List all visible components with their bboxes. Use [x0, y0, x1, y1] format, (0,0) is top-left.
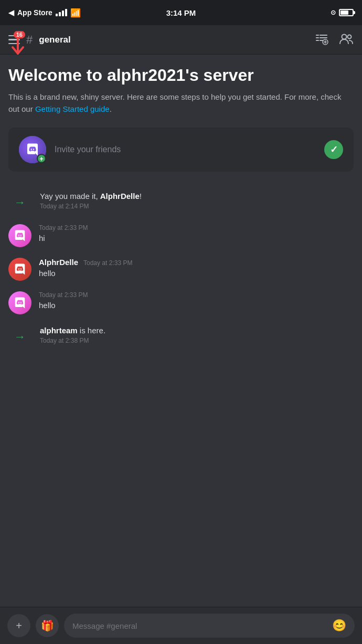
- join-arrow-icon: →: [8, 191, 31, 214]
- checkmark-icon: ✓: [330, 144, 338, 155]
- message-header: AlphrDelle Today at 2:33 PM: [39, 258, 132, 267]
- system-message-time: Today at 2:38 PM: [40, 337, 105, 344]
- menu-button[interactable]: 16: [8, 35, 20, 45]
- discord-logo-icon: [13, 262, 27, 276]
- system-message-content: Yay you made it, AlphrDelle! Today at 2:…: [40, 191, 142, 210]
- add-channel-icon[interactable]: [315, 32, 328, 48]
- carrier-label: App Store: [17, 8, 52, 17]
- welcome-desc-suffix: .: [110, 104, 112, 113]
- signal-bars-icon: [56, 9, 67, 16]
- system-message-time: Today at 2:14 PM: [40, 203, 142, 210]
- status-bar-right: ⊙: [331, 9, 354, 16]
- message-body: AlphrDelle Today at 2:33 PM hello: [39, 258, 132, 279]
- invite-avatar-plus-icon: +: [37, 154, 46, 163]
- user-avatar: [8, 258, 31, 281]
- battery-icon: [339, 9, 354, 16]
- screen-record-icon: ⊙: [331, 9, 336, 16]
- add-attachment-button[interactable]: +: [7, 614, 30, 637]
- channel-header: 16 # general: [0, 25, 362, 55]
- channel-hash-icon: #: [26, 33, 33, 47]
- invite-card[interactable]: + Invite your friends ✓: [8, 128, 354, 172]
- system-message-text: Yay you made it, AlphrDelle!: [40, 191, 142, 202]
- header-left: 16 # general: [8, 33, 71, 47]
- svg-point-4: [342, 34, 347, 39]
- invite-check-icon: ✓: [324, 140, 343, 159]
- message-header: Today at 2:33 PM: [39, 291, 88, 299]
- message-time: Today at 2:33 PM: [39, 224, 88, 231]
- welcome-description: This is a brand new, shiny server. Here …: [8, 91, 354, 115]
- system-message-content: alphrteam is here. Today at 2:38 PM: [40, 325, 105, 344]
- welcome-section: Welcome to alphr2021's server This is a …: [8, 65, 354, 115]
- message-text: hi: [39, 233, 88, 244]
- bottom-bar: + 🎁 😊: [0, 607, 362, 644]
- status-bar: ◀ App Store 📶 3:14 PM ⊙: [0, 0, 362, 25]
- chat-message: Today at 2:33 PM hi: [8, 220, 354, 251]
- user-avatar: [8, 224, 31, 247]
- invite-friends-text: Invite your friends: [55, 145, 316, 154]
- header-right: [315, 32, 354, 48]
- plus-icon: +: [16, 620, 22, 632]
- invite-avatar: +: [19, 136, 46, 163]
- back-arrow-icon: ◀: [8, 8, 14, 17]
- status-bar-left: ◀ App Store 📶: [8, 8, 81, 18]
- svg-point-5: [348, 35, 352, 38]
- messages-list: → Yay you made it, AlphrDelle! Today at …: [8, 186, 354, 354]
- discord-logo-icon: [13, 229, 27, 242]
- join-arrow-icon: →: [8, 325, 31, 348]
- chat-message: Today at 2:33 PM hello: [8, 287, 354, 319]
- message-body: Today at 2:33 PM hello: [39, 291, 88, 311]
- system-message-text: alphrteam is here.: [40, 325, 105, 336]
- notification-badge: 16: [14, 31, 25, 38]
- emoji-icon: 😊: [332, 619, 346, 632]
- message-body: Today at 2:33 PM hi: [39, 224, 88, 244]
- message-header: Today at 2:33 PM: [39, 224, 88, 231]
- status-bar-time: 3:14 PM: [166, 8, 196, 17]
- gift-button[interactable]: 🎁: [36, 614, 59, 637]
- members-icon[interactable]: [339, 32, 354, 48]
- arrow-indicator: [10, 38, 25, 59]
- wifi-icon: 📶: [70, 8, 81, 18]
- chat-message: AlphrDelle Today at 2:33 PM hello: [8, 254, 354, 285]
- user-avatar: [8, 291, 31, 314]
- channel-name: general: [39, 35, 70, 45]
- message-input[interactable]: [72, 621, 327, 630]
- message-time: Today at 2:33 PM: [39, 291, 88, 299]
- message-input-wrapper: 😊: [64, 614, 355, 638]
- emoji-button[interactable]: 😊: [332, 619, 346, 632]
- message-time: Today at 2:33 PM: [83, 259, 132, 267]
- main-content: Welcome to alphr2021's server This is a …: [0, 55, 362, 405]
- discord-logo-icon: [13, 296, 27, 310]
- system-message: → Yay you made it, AlphrDelle! Today at …: [8, 186, 354, 218]
- message-text: hello: [39, 268, 132, 279]
- message-author: AlphrDelle: [39, 258, 78, 267]
- welcome-title: Welcome to alphr2021's server: [8, 65, 354, 85]
- getting-started-link[interactable]: Getting Started guide: [35, 104, 110, 113]
- system-message: → alphrteam is here. Today at 2:38 PM: [8, 321, 354, 352]
- message-text: hello: [39, 300, 88, 311]
- gift-icon: 🎁: [41, 619, 54, 632]
